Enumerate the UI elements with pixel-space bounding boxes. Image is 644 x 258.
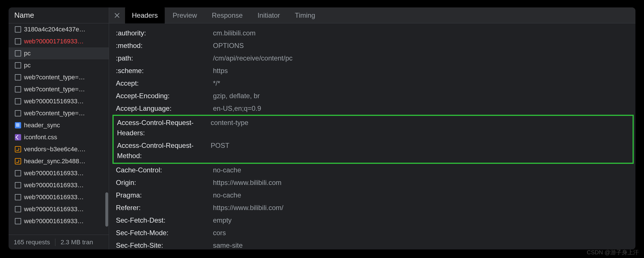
request-row[interactable]: web?content_type=… [9, 71, 109, 83]
document-icon [15, 182, 21, 188]
request-name: pc [24, 62, 31, 69]
close-icon [114, 13, 120, 18]
header-name: Access-Control-Request-Headers: [117, 118, 211, 138]
request-row[interactable]: web?content_type=… [9, 83, 109, 95]
header-row[interactable]: Pragma:no-cache [109, 189, 635, 201]
stylesheet-icon [15, 134, 21, 140]
highlight-annotation: Access-Control-Request-Headers:content-t… [112, 115, 634, 164]
document-icon [15, 170, 21, 176]
request-row[interactable]: web?00001616933… [9, 203, 109, 215]
request-row[interactable]: web?00001616933… [9, 167, 109, 179]
scrollbar-thumb[interactable] [105, 192, 108, 227]
document-icon [15, 62, 21, 68]
request-row[interactable]: web?content_type=… [9, 107, 109, 119]
header-value: OPTIONS [213, 41, 635, 51]
column-name-header: Name [14, 11, 34, 20]
request-name: web?content_type=… [24, 74, 85, 81]
tab-preview[interactable]: Preview [166, 7, 204, 23]
devtools-network-panel: Name 3180a4c204ce437e…web?00001716933…pc… [9, 7, 635, 249]
request-name: web?00001716933… [24, 38, 84, 45]
request-row[interactable]: web?00001616933… [9, 179, 109, 191]
header-name: Sec-Fetch-Mode: [116, 228, 213, 238]
request-name: iconfont.css [24, 134, 57, 141]
header-name: Accept-Language: [116, 103, 213, 114]
tab-headers[interactable]: Headers [125, 7, 165, 23]
request-row[interactable]: vendors~b3ee6c4e.… [9, 143, 109, 155]
header-value: en-US,en;q=0.9 [213, 103, 635, 114]
document-icon [15, 26, 21, 33]
document-icon [15, 74, 21, 80]
header-row[interactable]: Sec-Fetch-Mode:cors [109, 227, 635, 239]
request-details-panel: Headers Preview Response Initiator Timin… [109, 7, 635, 249]
header-row[interactable]: Cache-Control:no-cache [109, 164, 635, 176]
document-icon [15, 218, 21, 224]
document-icon [15, 110, 21, 116]
tab-timing[interactable]: Timing [288, 7, 322, 23]
script-icon [15, 146, 21, 152]
header-value: /cm/api/receive/content/pc [213, 53, 635, 63]
request-row[interactable]: header_sync.2b488… [9, 155, 109, 167]
close-details-button[interactable] [111, 10, 123, 21]
tab-initiator[interactable]: Initiator [251, 7, 287, 23]
header-name: Accept-Encoding: [116, 91, 213, 101]
tab-label: Headers [132, 11, 158, 19]
tab-response[interactable]: Response [205, 7, 249, 23]
header-value: empty [213, 215, 635, 225]
header-row[interactable]: :path:/cm/api/receive/content/pc [109, 52, 635, 64]
request-name: web?content_type=… [24, 110, 85, 117]
request-row[interactable]: web?00001516933… [9, 95, 109, 107]
header-row[interactable]: Accept:*/* [109, 77, 635, 90]
request-list-header[interactable]: Name [9, 7, 109, 23]
summary-transferred: 2.3 MB tran [61, 239, 93, 246]
header-value: https://www.bilibili.com [213, 178, 635, 188]
request-row[interactable]: pc [9, 59, 109, 71]
header-row[interactable]: Referer:https://www.bilibili.com/ [109, 201, 635, 214]
header-row[interactable]: :method:OPTIONS [109, 39, 635, 52]
request-row[interactable]: web?00001716933… [9, 35, 109, 47]
request-name: 3180a4c204ce437e… [24, 26, 85, 33]
request-row[interactable]: pc [9, 47, 109, 59]
header-row[interactable]: Access-Control-Request-Method:POST [114, 139, 633, 162]
header-row[interactable]: :authority:cm.bilibili.com [109, 27, 635, 39]
header-name: Origin: [116, 178, 213, 188]
header-value: gzip, deflate, br [213, 91, 635, 101]
header-row[interactable]: Sec-Fetch-Dest:empty [109, 214, 635, 227]
document-icon [15, 38, 21, 45]
header-row[interactable]: Sec-Fetch-Site:same-site [109, 239, 635, 249]
header-row[interactable]: Origin:https://www.bilibili.com [109, 176, 635, 189]
header-name: Sec-Fetch-Site: [116, 240, 213, 249]
tab-label: Response [212, 11, 243, 19]
header-value: https [213, 66, 635, 76]
summary-requests: 165 requests [14, 239, 50, 246]
header-row[interactable]: Access-Control-Request-Headers:content-t… [114, 116, 633, 139]
request-name: web?content_type=… [24, 86, 85, 93]
header-value: POST [211, 140, 633, 151]
request-name: vendors~b3ee6c4e.… [24, 146, 86, 153]
divider [55, 239, 55, 246]
header-value: cors [213, 228, 635, 238]
header-row[interactable]: :scheme:https [109, 64, 635, 77]
header-row[interactable]: Accept-Encoding:gzip, deflate, br [109, 90, 635, 102]
request-list-panel: Name 3180a4c204ce437e…web?00001716933…pc… [9, 7, 109, 249]
request-row[interactable]: header_sync [9, 119, 109, 131]
headers-detail[interactable]: :authority:cm.bilibili.com:method:OPTION… [109, 23, 635, 249]
request-name: header_sync [24, 122, 60, 129]
header-name: Cache-Control: [116, 165, 213, 175]
document-icon [15, 50, 21, 57]
request-row[interactable]: web?00001616933… [9, 215, 109, 227]
manifest-icon [15, 122, 21, 128]
header-row[interactable]: Accept-Language:en-US,en;q=0.9 [109, 102, 635, 115]
watermark: CSDN @游子身上汗 [587, 249, 639, 256]
request-row[interactable]: iconfont.css [9, 131, 109, 143]
script-icon [15, 158, 21, 164]
request-name: header_sync.2b488… [24, 158, 85, 165]
header-name: :scheme: [116, 66, 213, 76]
document-icon [15, 86, 21, 92]
request-row[interactable]: web?00001616933… [9, 191, 109, 203]
header-name: :method: [116, 41, 213, 51]
header-name: Sec-Fetch-Dest: [116, 215, 213, 225]
header-value: no-cache [213, 190, 635, 200]
request-list[interactable]: 3180a4c204ce437e…web?00001716933…pcpcweb… [9, 23, 109, 235]
request-row[interactable]: 3180a4c204ce437e… [9, 23, 109, 35]
header-value: */* [213, 78, 635, 88]
